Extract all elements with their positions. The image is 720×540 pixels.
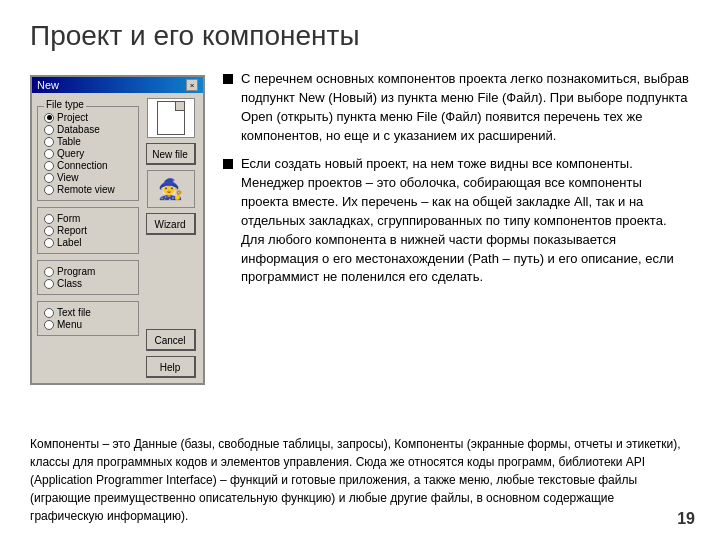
code-group: Program Class [37, 260, 139, 295]
new-file-icon-box [147, 98, 195, 138]
radio-database[interactable]: Database [44, 124, 134, 135]
file-group: Text file Menu [37, 301, 139, 336]
new-file-button[interactable]: New file [146, 143, 196, 165]
radio-label-database: Database [57, 124, 100, 135]
radio-label-remote-view: Remote view [57, 184, 115, 195]
bullet-text-1: С перечнем основных компонентов проекта … [241, 70, 690, 145]
radio-circle-view[interactable] [44, 173, 54, 183]
radio-label-program: Program [57, 266, 95, 277]
radio-label-table: Table [57, 136, 81, 147]
dialog-close-btn[interactable]: × [186, 79, 198, 91]
text-content: С перечнем основных компонентов проекта … [223, 70, 690, 425]
page: Проект и его компоненты New × File type … [0, 0, 720, 540]
radio-label-view: View [57, 172, 79, 183]
radio-label[interactable]: Label [44, 237, 134, 248]
dialog-left: File type Project Database Table [37, 98, 139, 378]
dialog-window: New × File type Project Dat [30, 75, 205, 385]
bullet-item-1: С перечнем основных компонентов проекта … [223, 70, 690, 145]
help-button[interactable]: Help [146, 356, 196, 378]
wizard-icon: 🧙 [147, 170, 195, 208]
radio-label-report: Report [57, 225, 87, 236]
dialog-title: New [37, 79, 59, 91]
wizard-button[interactable]: Wizard [146, 213, 196, 235]
radio-circle-textfile[interactable] [44, 308, 54, 318]
radio-circle-class[interactable] [44, 279, 54, 289]
radio-circle-remote-view[interactable] [44, 185, 54, 195]
radio-label-connection: Connection [57, 160, 108, 171]
radio-table[interactable]: Table [44, 136, 134, 147]
file-type-group: File type Project Database Table [37, 106, 139, 201]
radio-circle-connection[interactable] [44, 161, 54, 171]
radio-label-query: Query [57, 148, 84, 159]
new-file-icon [157, 101, 185, 135]
radio-circle-database[interactable] [44, 125, 54, 135]
radio-circle-project[interactable] [44, 113, 54, 123]
radio-circle-menu[interactable] [44, 320, 54, 330]
radio-circle-table[interactable] [44, 137, 54, 147]
bullet-icon-1 [223, 74, 233, 84]
dialog-titlebar-buttons: × [186, 79, 198, 91]
radio-query[interactable]: Query [44, 148, 134, 159]
page-number: 19 [677, 510, 695, 528]
radio-project[interactable]: Project [44, 112, 134, 123]
radio-textfile[interactable]: Text file [44, 307, 134, 318]
radio-program[interactable]: Program [44, 266, 134, 277]
bullet-icon-2 [223, 159, 233, 169]
radio-circle-report[interactable] [44, 226, 54, 236]
radio-remote-view[interactable]: Remote view [44, 184, 134, 195]
dialog-body: File type Project Database Table [32, 93, 203, 383]
radio-menu[interactable]: Menu [44, 319, 134, 330]
content-area: New × File type Project Dat [30, 70, 690, 425]
group-box-label: File type [44, 99, 86, 110]
radio-connection[interactable]: Connection [44, 160, 134, 171]
radio-label-form: Form [57, 213, 80, 224]
radio-label-textfile: Text file [57, 307, 91, 318]
radio-label-menu: Menu [57, 319, 82, 330]
bullet-text-2: Если создать новый проект, на нем тоже в… [241, 155, 690, 287]
radio-circle-form[interactable] [44, 214, 54, 224]
dialog-right: New file 🧙 Wizard Cancel Help [143, 98, 198, 378]
page-title: Проект и его компоненты [30, 20, 690, 52]
radio-circle-query[interactable] [44, 149, 54, 159]
radio-class[interactable]: Class [44, 278, 134, 289]
dialog-titlebar: New × [32, 77, 203, 93]
radio-circle-label[interactable] [44, 238, 54, 248]
other-types-group: Form Report Label [37, 207, 139, 254]
bullet-item-2: Если создать новый проект, на нем тоже в… [223, 155, 690, 287]
radio-view[interactable]: View [44, 172, 134, 183]
radio-label-project: Project [57, 112, 88, 123]
bottom-text: Компоненты – это Данные (базы, свободные… [30, 435, 690, 525]
radio-label-label: Label [57, 237, 81, 248]
radio-form[interactable]: Form [44, 213, 134, 224]
cancel-button[interactable]: Cancel [146, 329, 196, 351]
radio-report[interactable]: Report [44, 225, 134, 236]
radio-label-class: Class [57, 278, 82, 289]
radio-circle-program[interactable] [44, 267, 54, 277]
